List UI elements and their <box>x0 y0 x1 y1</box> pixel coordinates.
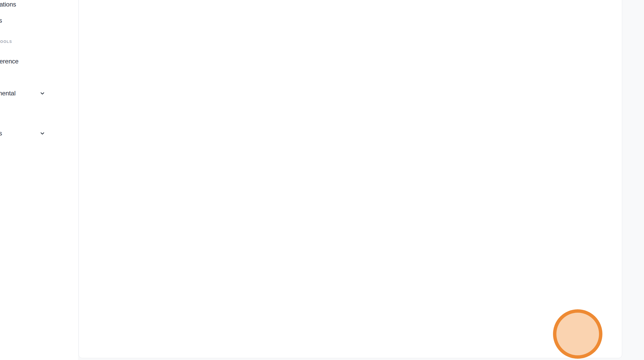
sidebar-item-experimental[interactable]: mental <box>0 90 16 97</box>
sidebar-item-organizations[interactable]: ations <box>0 1 16 8</box>
sidebar-item-1[interactable]: s <box>0 17 2 24</box>
sidebar-item-settings[interactable]: s <box>0 130 2 137</box>
chevron-down-icon <box>40 130 45 136</box>
sidebar: ations s TOOLS erence mental s <box>0 0 78 360</box>
add-model-form-card <box>79 0 622 358</box>
sidebar-item-reference[interactable]: erence <box>0 58 18 65</box>
chevron-down-icon <box>40 90 45 96</box>
sidebar-section-tools: TOOLS <box>0 40 12 44</box>
